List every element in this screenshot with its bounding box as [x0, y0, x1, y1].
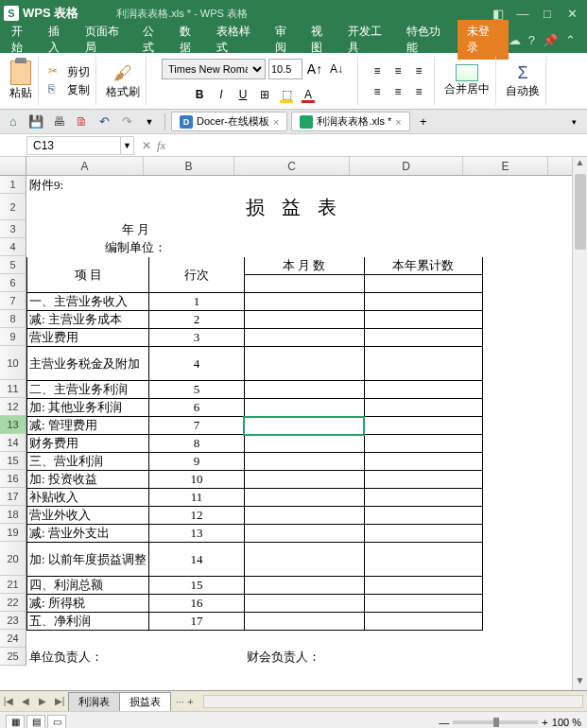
undo-icon[interactable]: ↶: [95, 113, 113, 131]
align-bot-button[interactable]: ≡: [388, 61, 407, 80]
menu-table-style[interactable]: 表格样式: [209, 20, 268, 60]
align-center-button[interactable]: ≡: [409, 61, 428, 80]
prev-sheet-icon[interactable]: ◀: [17, 696, 34, 706]
cell[interactable]: 2: [149, 311, 244, 329]
row-header[interactable]: 12: [0, 398, 26, 416]
cell[interactable]: [483, 221, 572, 239]
col-header[interactable]: E: [463, 157, 548, 175]
cell[interactable]: [364, 471, 482, 489]
cell[interactable]: [244, 613, 364, 631]
cell[interactable]: [483, 525, 572, 543]
cancel-formula-icon[interactable]: ✕: [142, 139, 151, 152]
italic-button[interactable]: I: [212, 85, 231, 104]
cell[interactable]: [364, 399, 482, 417]
row-header[interactable]: 22: [0, 594, 26, 612]
cell[interactable]: [244, 471, 364, 489]
redo-icon[interactable]: ↷: [117, 113, 136, 131]
cell[interactable]: [244, 417, 364, 435]
help-icon[interactable]: ?: [528, 33, 535, 47]
fill-color-button[interactable]: ⬚: [277, 85, 296, 104]
cell[interactable]: [483, 239, 572, 257]
cell[interactable]: 营业费用: [27, 329, 149, 347]
row-header[interactable]: 7: [0, 292, 26, 310]
format-painter-button[interactable]: 格式刷: [106, 84, 140, 100]
cell[interactable]: [244, 293, 364, 311]
cell[interactable]: 单位负责人：: [27, 649, 149, 667]
cell[interactable]: [483, 311, 572, 329]
cell[interactable]: [27, 631, 149, 649]
menu-dev[interactable]: 开发工具: [340, 20, 399, 60]
cell[interactable]: [364, 329, 482, 347]
cell[interactable]: 本年累计数: [364, 257, 482, 275]
row-header[interactable]: 25: [0, 648, 26, 666]
login-button[interactable]: 未登录: [458, 20, 509, 60]
cell[interactable]: [244, 577, 364, 595]
cell[interactable]: [244, 275, 364, 293]
cell[interactable]: 11: [149, 489, 244, 507]
font-color-button[interactable]: A: [299, 85, 318, 104]
zoom-in-button[interactable]: +: [542, 717, 547, 728]
vertical-scrollbar[interactable]: ▲ ▼: [572, 157, 587, 690]
align-right-button[interactable]: ≡: [409, 82, 428, 101]
cell[interactable]: 年 月: [27, 221, 245, 239]
row-header[interactable]: 21: [0, 576, 26, 594]
cell[interactable]: [483, 595, 572, 613]
collapse-icon[interactable]: ⌃: [565, 33, 576, 47]
cell[interactable]: [483, 543, 572, 577]
scroll-down-icon[interactable]: ▼: [573, 675, 587, 690]
cell[interactable]: 三、营业利润: [27, 453, 149, 471]
col-header[interactable]: A: [26, 157, 144, 175]
cell[interactable]: [483, 489, 572, 507]
formula-input[interactable]: [165, 136, 587, 155]
menu-review[interactable]: 审阅: [268, 20, 304, 60]
next-sheet-icon[interactable]: ▶: [34, 696, 51, 706]
cell[interactable]: [483, 435, 572, 453]
align-left-button[interactable]: ≡: [388, 82, 407, 101]
row-header[interactable]: 19: [0, 524, 26, 542]
horizontal-scrollbar[interactable]: [203, 695, 583, 708]
reading-view-button[interactable]: ▭: [47, 715, 66, 729]
zoom-out-button[interactable]: —: [439, 717, 449, 728]
cell[interactable]: [483, 417, 572, 435]
menu-special[interactable]: 特色功能: [399, 20, 458, 60]
row-header[interactable]: 5: [0, 256, 26, 274]
first-sheet-icon[interactable]: |◀: [0, 696, 17, 706]
preview-icon[interactable]: 🗎: [72, 113, 91, 131]
cell[interactable]: 主营业务税金及附加: [27, 347, 149, 381]
row-header[interactable]: 18: [0, 506, 26, 524]
row-header[interactable]: 6: [0, 274, 26, 292]
cell[interactable]: 五、净利润: [27, 613, 149, 631]
cell[interactable]: [244, 381, 364, 399]
cell[interactable]: 营业外收入: [27, 507, 149, 525]
sheet-tab[interactable]: 利润表: [68, 692, 120, 711]
close-tab-icon[interactable]: ×: [273, 116, 279, 128]
paste-button[interactable]: 粘贴: [9, 61, 32, 101]
cell[interactable]: [483, 399, 572, 417]
align-mid-button[interactable]: ≡: [368, 82, 387, 101]
cell[interactable]: [149, 631, 244, 649]
cell[interactable]: [483, 347, 572, 381]
cell[interactable]: 7: [149, 417, 244, 435]
cell[interactable]: [244, 329, 364, 347]
font-size-input[interactable]: [268, 59, 302, 79]
cell[interactable]: 加: 投资收益: [27, 471, 149, 489]
cell[interactable]: [483, 293, 572, 311]
row-header[interactable]: 13: [0, 416, 26, 434]
cell[interactable]: [364, 649, 482, 667]
cell[interactable]: [244, 221, 364, 239]
cell[interactable]: [364, 177, 482, 195]
last-sheet-icon[interactable]: ▶|: [51, 696, 68, 706]
row-header[interactable]: 17: [0, 488, 26, 506]
cell[interactable]: 12: [149, 507, 244, 525]
cell[interactable]: [364, 239, 482, 257]
row-header[interactable]: 8: [0, 310, 26, 328]
row-header[interactable]: 1: [0, 176, 26, 194]
cell[interactable]: [149, 649, 244, 667]
cell[interactable]: [244, 347, 364, 381]
cell[interactable]: 附件9:: [27, 177, 149, 195]
close-button[interactable]: ✕: [561, 4, 583, 23]
col-header[interactable]: D: [350, 157, 463, 175]
add-sheet-button[interactable]: ··· +: [170, 694, 199, 709]
cell[interactable]: [244, 507, 364, 525]
cell[interactable]: [364, 453, 482, 471]
